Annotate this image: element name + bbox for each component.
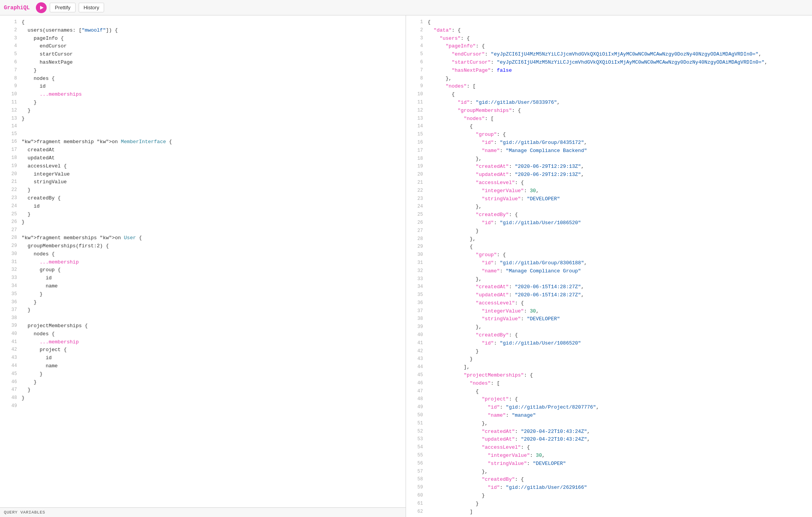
response-line-content: "data": { <box>428 27 461 35</box>
response-line: 31 "id": "gid://gitlab/Group/8306188", <box>406 259 812 267</box>
response-line: 57 }, <box>406 468 812 476</box>
editor-line: 35 } <box>0 291 406 299</box>
line-number: 3 <box>409 35 423 43</box>
response-line-content: }, <box>428 203 482 211</box>
response-line: 22 "integerValue": 30, <box>406 187 812 195</box>
prettify-button[interactable]: Prettify <box>50 3 75 12</box>
line-number: 36 <box>3 299 17 307</box>
response-line: 4 "pageInfo": { <box>406 42 812 51</box>
response-line-content: "accessLevel": { <box>428 299 524 307</box>
line-number: 21 <box>409 179 423 187</box>
line-number: 16 <box>409 139 423 147</box>
response-line: 16 "id": "gid://gitlab/Group/8435172", <box>406 139 812 147</box>
line-number: 30 <box>409 251 423 259</box>
line-number: 10 <box>3 91 17 99</box>
line-number: 32 <box>409 267 423 275</box>
line-number: 40 <box>409 331 423 340</box>
response-line-content: "groupMemberships": { <box>428 107 521 115</box>
response-line: 41 "id": "gid://gitlab/User/1086520" <box>406 340 812 348</box>
line-number: 34 <box>409 283 423 291</box>
line-number: 26 <box>409 219 423 227</box>
line-number: 46 <box>409 380 423 388</box>
line-content: } <box>22 218 25 226</box>
line-content: id <box>22 203 40 211</box>
response-pane: 1{2 "data": {3 "users": {4 "pageInfo": {… <box>406 15 812 517</box>
response-line-content: "name": "Manage Compliance Backend" <box>428 147 587 155</box>
response-line-content: "name": "Manage Compliance Group" <box>428 267 581 275</box>
response-line: 34 "createdAt": "2020-06-15T14:28:27Z", <box>406 283 812 291</box>
line-content: endCursor <box>22 42 67 51</box>
line-content: createdAt <box>22 146 55 154</box>
response-line: 21 "accessLevel": { <box>406 179 812 187</box>
response-line: 60 } <box>406 492 812 500</box>
editor-line: 17 createdAt <box>0 146 406 154</box>
response-line: 6 "startCursor": "eyJpZCI6IjU4MzM5NzYiLC… <box>406 59 812 67</box>
line-number: 28 <box>409 235 423 243</box>
line-number: 30 <box>3 250 17 258</box>
line-number: 26 <box>3 218 17 226</box>
response-line: 32 "name": "Manage Compliance Group" <box>406 267 812 275</box>
line-number: 21 <box>3 178 17 186</box>
response-line-content: "group": { <box>428 131 506 139</box>
response-line: 28 }, <box>406 235 812 243</box>
line-content: nodes { <box>22 75 55 83</box>
line-number: 31 <box>3 258 17 267</box>
response-line-content: { <box>428 123 473 131</box>
query-variables-bar[interactable]: QUERY VARIABLES <box>0 507 406 517</box>
response-line-content: } <box>428 348 479 356</box>
line-number: 14 <box>409 123 423 131</box>
line-content: } <box>22 67 37 75</box>
line-number: 40 <box>3 330 17 338</box>
line-number: 32 <box>3 266 17 274</box>
response-line: 46 "nodes": [ <box>406 380 812 388</box>
response-line-content: "pageInfo": { <box>428 42 485 51</box>
response-line-content: "updatedAt": "2020-04-22T10:43:24Z", <box>428 436 590 444</box>
line-number: 27 <box>3 226 17 234</box>
editor-line: 22 } <box>0 186 406 194</box>
editor-line: 39 projectMemberships { <box>0 322 406 330</box>
editor-line: 15 <box>0 130 406 138</box>
line-content: } <box>22 291 43 299</box>
line-number: 23 <box>3 194 17 203</box>
response-line: 26 "id": "gid://gitlab/User/1086520" <box>406 219 812 227</box>
line-number: 4 <box>409 42 423 51</box>
response-line: 7 "hasNextPage": false <box>406 67 812 75</box>
history-button[interactable]: History <box>79 3 104 12</box>
response-line: 11 "id": "gid://gitlab/User/5833976", <box>406 99 812 107</box>
line-number: 52 <box>409 428 423 436</box>
line-number: 20 <box>409 171 423 179</box>
editor-line: 8 nodes { <box>0 75 406 83</box>
editor-code-area[interactable]: 1{2 users(usernames: ["mwoolf"]) {3 page… <box>0 15 406 507</box>
response-line: 38 "stringValue": "DEVELOPER" <box>406 315 812 323</box>
line-content: nodes { <box>22 330 55 338</box>
line-number: 18 <box>3 154 17 162</box>
response-line: 56 "stringValue": "DEVELOPER" <box>406 460 812 468</box>
response-code-area[interactable]: 1{2 "data": {3 "users": {4 "pageInfo": {… <box>406 15 812 517</box>
line-number: 41 <box>409 340 423 348</box>
editor-line: 45 } <box>0 370 406 378</box>
editor-line: 38 <box>0 314 406 322</box>
response-line: 3 "users": { <box>406 35 812 43</box>
line-number: 38 <box>409 315 423 323</box>
response-line-content: "id": "gid://gitlab/Group/8306188", <box>428 259 587 267</box>
line-number: 5 <box>3 51 17 59</box>
line-number: 11 <box>3 99 17 107</box>
line-number: 46 <box>3 378 17 387</box>
line-number: 47 <box>409 388 423 396</box>
line-number: 17 <box>409 147 423 155</box>
line-number: 6 <box>409 59 423 67</box>
response-line: 33 }, <box>406 275 812 284</box>
line-content: } <box>22 394 25 402</box>
editor-line: 34 name <box>0 282 406 291</box>
line-number: 60 <box>409 492 423 500</box>
line-content: projectMemberships { <box>22 322 88 330</box>
line-number: 12 <box>3 107 17 115</box>
line-number: 19 <box>3 162 17 171</box>
response-line: 18 }, <box>406 155 812 163</box>
run-button[interactable] <box>36 2 47 13</box>
editor-line: 12 } <box>0 107 406 115</box>
line-number: 20 <box>3 171 17 179</box>
response-line-content: { <box>428 91 455 99</box>
response-line-content: "updatedAt": "2020-06-15T14:28:27Z", <box>428 291 584 299</box>
response-line-content: ], <box>428 363 470 372</box>
